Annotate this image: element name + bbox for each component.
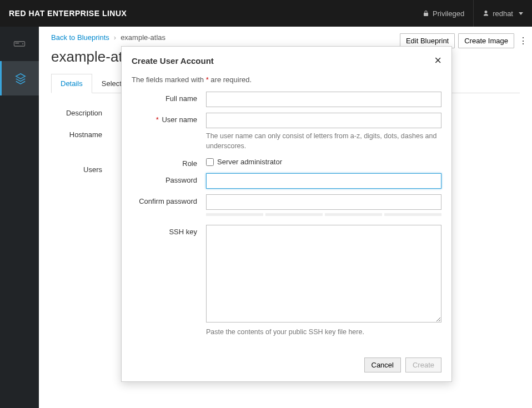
breadcrumb-back-link[interactable]: Back to Blueprints xyxy=(51,33,109,42)
server-admin-label: Server administrator xyxy=(217,158,282,166)
confirm-password-input[interactable] xyxy=(206,194,441,210)
user-menu[interactable]: redhat xyxy=(473,0,532,27)
modal-title: Create User Account xyxy=(132,56,214,66)
sidebar-item-system[interactable] xyxy=(0,27,39,61)
users-label: Users xyxy=(51,165,112,174)
breadcrumb-current: example-atlas xyxy=(121,33,165,42)
confirm-password-label: Confirm password xyxy=(132,194,206,205)
user-name-label: * User name xyxy=(132,113,206,124)
full-name-label: Full name xyxy=(132,92,206,103)
required-note: The fields marked with * are required. xyxy=(132,75,441,84)
svg-rect-1 xyxy=(15,43,19,43)
chevron-down-icon xyxy=(519,12,523,15)
create-user-modal: Create User Account × The fields marked … xyxy=(121,46,452,382)
user-icon xyxy=(483,10,489,17)
hostname-label: Hostname xyxy=(51,130,112,139)
cancel-button[interactable]: Cancel xyxy=(364,357,401,372)
user-name-input[interactable] xyxy=(206,113,441,128)
privileged-indicator[interactable]: Privileged xyxy=(414,0,473,27)
server-admin-checkbox[interactable] xyxy=(206,158,214,166)
tab-details[interactable]: Details xyxy=(51,74,92,93)
role-label: Role xyxy=(132,157,206,168)
create-button[interactable]: Create xyxy=(405,357,441,372)
user-name-hint: The user name can only consist of letter… xyxy=(206,132,441,151)
password-strength-meter xyxy=(206,213,441,216)
lock-icon xyxy=(423,10,429,17)
sidebar xyxy=(0,27,39,408)
server-icon xyxy=(13,38,26,50)
svg-point-2 xyxy=(22,43,23,44)
full-name-input[interactable] xyxy=(206,92,441,107)
breadcrumb-separator: › xyxy=(114,33,116,42)
ssh-key-label: SSH key xyxy=(132,225,206,236)
ssh-key-hint: Paste the contents of your public SSH ke… xyxy=(206,328,441,338)
sidebar-item-blueprints[interactable] xyxy=(0,61,39,95)
privileged-label: Privileged xyxy=(433,9,464,18)
ssh-key-textarea[interactable] xyxy=(206,225,441,323)
kebab-menu[interactable]: ⋮ xyxy=(518,36,529,46)
create-image-button[interactable]: Create Image xyxy=(458,33,514,48)
username-label: redhat xyxy=(493,9,513,18)
layers-icon xyxy=(14,72,27,84)
password-label: Password xyxy=(132,173,206,184)
description-label: Description xyxy=(51,109,112,117)
close-icon[interactable]: × xyxy=(434,54,441,67)
password-input[interactable] xyxy=(206,173,441,189)
product-title: RED HAT ENTERPRISE LINUX xyxy=(9,9,127,18)
top-bar: RED HAT ENTERPRISE LINUX Privileged redh… xyxy=(0,0,532,27)
